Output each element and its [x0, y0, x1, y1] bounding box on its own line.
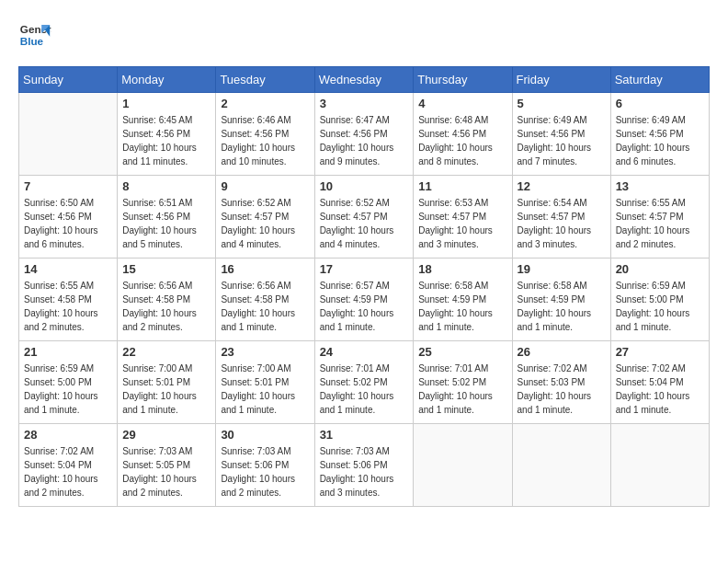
calendar-cell: 11Sunrise: 6:53 AMSunset: 4:57 PMDayligh…: [414, 176, 512, 259]
day-info: Sunrise: 7:03 AMSunset: 5:05 PMDaylight:…: [122, 444, 210, 500]
day-info: Sunrise: 6:54 AMSunset: 4:57 PMDaylight:…: [518, 196, 606, 251]
calendar-week-row: 14Sunrise: 6:55 AMSunset: 4:58 PMDayligh…: [19, 259, 710, 341]
calendar-cell: 24Sunrise: 7:01 AMSunset: 5:02 PMDayligh…: [314, 341, 414, 424]
calendar-cell: 7Sunrise: 6:50 AMSunset: 4:56 PMDaylight…: [19, 176, 118, 259]
calendar-cell: 17Sunrise: 6:57 AMSunset: 4:59 PMDayligh…: [314, 259, 414, 341]
day-info: Sunrise: 6:59 AMSunset: 5:00 PMDaylight:…: [616, 279, 704, 334]
calendar-cell: 16Sunrise: 6:56 AMSunset: 4:58 PMDayligh…: [216, 259, 314, 341]
day-info: Sunrise: 6:52 AMSunset: 4:57 PMDaylight:…: [221, 196, 309, 251]
calendar-cell: 3Sunrise: 6:47 AMSunset: 4:56 PMDaylight…: [314, 93, 414, 176]
day-number: 26: [518, 345, 606, 359]
weekday-header: Thursday: [414, 67, 512, 93]
svg-text:Blue: Blue: [20, 35, 44, 47]
calendar-week-row: 7Sunrise: 6:50 AMSunset: 4:56 PMDaylight…: [19, 176, 710, 259]
day-info: Sunrise: 6:46 AMSunset: 4:56 PMDaylight:…: [221, 113, 309, 168]
calendar-cell: 5Sunrise: 6:49 AMSunset: 4:56 PMDaylight…: [512, 93, 610, 176]
day-info: Sunrise: 6:48 AMSunset: 4:56 PMDaylight:…: [418, 113, 506, 168]
day-number: 16: [221, 262, 309, 276]
calendar-cell: [414, 424, 512, 507]
calendar-cell: 18Sunrise: 6:58 AMSunset: 4:59 PMDayligh…: [414, 259, 512, 341]
day-number: 8: [122, 179, 210, 193]
day-info: Sunrise: 6:58 AMSunset: 4:59 PMDaylight:…: [418, 279, 506, 334]
day-number: 18: [418, 262, 506, 276]
calendar-cell: 14Sunrise: 6:55 AMSunset: 4:58 PMDayligh…: [19, 259, 118, 341]
day-number: 25: [418, 345, 506, 359]
day-number: 30: [221, 428, 309, 442]
day-number: 11: [418, 179, 506, 193]
calendar-table: SundayMondayTuesdayWednesdayThursdayFrid…: [18, 66, 710, 507]
day-number: 27: [616, 345, 704, 359]
day-info: Sunrise: 6:45 AMSunset: 4:56 PMDaylight:…: [122, 113, 210, 168]
day-info: Sunrise: 6:58 AMSunset: 4:59 PMDaylight:…: [518, 279, 606, 334]
day-info: Sunrise: 7:00 AMSunset: 5:01 PMDaylight:…: [221, 362, 309, 417]
day-info: Sunrise: 7:03 AMSunset: 5:06 PMDaylight:…: [320, 444, 409, 500]
calendar-cell: 8Sunrise: 6:51 AMSunset: 4:56 PMDaylight…: [118, 176, 216, 259]
day-info: Sunrise: 6:50 AMSunset: 4:56 PMDaylight:…: [24, 196, 112, 251]
calendar-cell: 21Sunrise: 6:59 AMSunset: 5:00 PMDayligh…: [19, 341, 118, 424]
weekday-header: Tuesday: [216, 67, 314, 93]
day-number: 4: [418, 97, 506, 110]
day-info: Sunrise: 7:02 AMSunset: 5:04 PMDaylight:…: [616, 362, 704, 417]
day-number: 7: [24, 179, 112, 193]
calendar-cell: 13Sunrise: 6:55 AMSunset: 4:57 PMDayligh…: [610, 176, 709, 259]
weekday-header: Sunday: [19, 67, 118, 93]
day-number: 21: [24, 345, 112, 359]
day-number: 22: [122, 345, 210, 359]
day-number: 24: [320, 345, 409, 359]
day-info: Sunrise: 6:51 AMSunset: 4:56 PMDaylight:…: [122, 196, 210, 251]
day-info: Sunrise: 7:02 AMSunset: 5:04 PMDaylight:…: [24, 444, 112, 500]
calendar-week-row: 1Sunrise: 6:45 AMSunset: 4:56 PMDaylight…: [19, 93, 710, 176]
day-info: Sunrise: 7:01 AMSunset: 5:02 PMDaylight:…: [418, 362, 506, 417]
calendar-cell: [19, 93, 118, 176]
calendar-cell: 22Sunrise: 7:00 AMSunset: 5:01 PMDayligh…: [118, 341, 216, 424]
day-info: Sunrise: 7:02 AMSunset: 5:03 PMDaylight:…: [518, 362, 606, 417]
day-number: 2: [221, 97, 309, 110]
day-number: 19: [518, 262, 606, 276]
day-number: 6: [616, 97, 704, 110]
day-number: 20: [616, 262, 704, 276]
calendar-cell: 23Sunrise: 7:00 AMSunset: 5:01 PMDayligh…: [216, 341, 314, 424]
day-info: Sunrise: 6:59 AMSunset: 5:00 PMDaylight:…: [24, 362, 112, 417]
calendar-cell: 2Sunrise: 6:46 AMSunset: 4:56 PMDaylight…: [216, 93, 314, 176]
day-number: 29: [122, 428, 210, 442]
calendar-cell: 20Sunrise: 6:59 AMSunset: 5:00 PMDayligh…: [610, 259, 709, 341]
calendar-cell: 12Sunrise: 6:54 AMSunset: 4:57 PMDayligh…: [512, 176, 610, 259]
day-number: 5: [518, 97, 606, 110]
calendar-cell: 27Sunrise: 7:02 AMSunset: 5:04 PMDayligh…: [610, 341, 709, 424]
calendar-cell: [610, 424, 709, 507]
weekday-header: Saturday: [610, 67, 709, 93]
calendar-week-row: 21Sunrise: 6:59 AMSunset: 5:00 PMDayligh…: [19, 341, 710, 424]
day-info: Sunrise: 6:49 AMSunset: 4:56 PMDaylight:…: [518, 113, 606, 168]
day-number: 12: [518, 179, 606, 193]
day-info: Sunrise: 6:56 AMSunset: 4:58 PMDaylight:…: [221, 279, 309, 334]
calendar-cell: [512, 424, 610, 507]
day-info: Sunrise: 6:47 AMSunset: 4:56 PMDaylight:…: [320, 113, 409, 168]
day-number: 1: [122, 97, 210, 110]
calendar-cell: 1Sunrise: 6:45 AMSunset: 4:56 PMDaylight…: [118, 93, 216, 176]
day-info: Sunrise: 7:00 AMSunset: 5:01 PMDaylight:…: [122, 362, 210, 417]
calendar-cell: 30Sunrise: 7:03 AMSunset: 5:06 PMDayligh…: [216, 424, 314, 507]
weekday-header: Wednesday: [314, 67, 414, 93]
weekday-header: Friday: [512, 67, 610, 93]
calendar-cell: 6Sunrise: 6:49 AMSunset: 4:56 PMDaylight…: [610, 93, 709, 176]
calendar-cell: 29Sunrise: 7:03 AMSunset: 5:05 PMDayligh…: [118, 424, 216, 507]
calendar-cell: 28Sunrise: 7:02 AMSunset: 5:04 PMDayligh…: [19, 424, 118, 507]
calendar-cell: 25Sunrise: 7:01 AMSunset: 5:02 PMDayligh…: [414, 341, 512, 424]
day-number: 3: [320, 97, 409, 110]
day-number: 9: [221, 179, 309, 193]
day-info: Sunrise: 6:52 AMSunset: 4:57 PMDaylight:…: [320, 196, 409, 251]
calendar-cell: 19Sunrise: 6:58 AMSunset: 4:59 PMDayligh…: [512, 259, 610, 341]
day-info: Sunrise: 6:57 AMSunset: 4:59 PMDaylight:…: [320, 279, 409, 334]
weekday-header: Monday: [118, 67, 216, 93]
day-info: Sunrise: 6:53 AMSunset: 4:57 PMDaylight:…: [418, 196, 506, 251]
day-number: 31: [320, 428, 409, 442]
day-number: 13: [616, 179, 704, 193]
calendar-cell: 9Sunrise: 6:52 AMSunset: 4:57 PMDaylight…: [216, 176, 314, 259]
calendar-header: SundayMondayTuesdayWednesdayThursdayFrid…: [19, 67, 710, 93]
day-info: Sunrise: 6:56 AMSunset: 4:58 PMDaylight:…: [122, 279, 210, 334]
calendar-cell: 4Sunrise: 6:48 AMSunset: 4:56 PMDaylight…: [414, 93, 512, 176]
calendar-cell: 10Sunrise: 6:52 AMSunset: 4:57 PMDayligh…: [314, 176, 414, 259]
logo: General Blue: [18, 18, 51, 52]
calendar-cell: 26Sunrise: 7:02 AMSunset: 5:03 PMDayligh…: [512, 341, 610, 424]
day-number: 28: [24, 428, 112, 442]
